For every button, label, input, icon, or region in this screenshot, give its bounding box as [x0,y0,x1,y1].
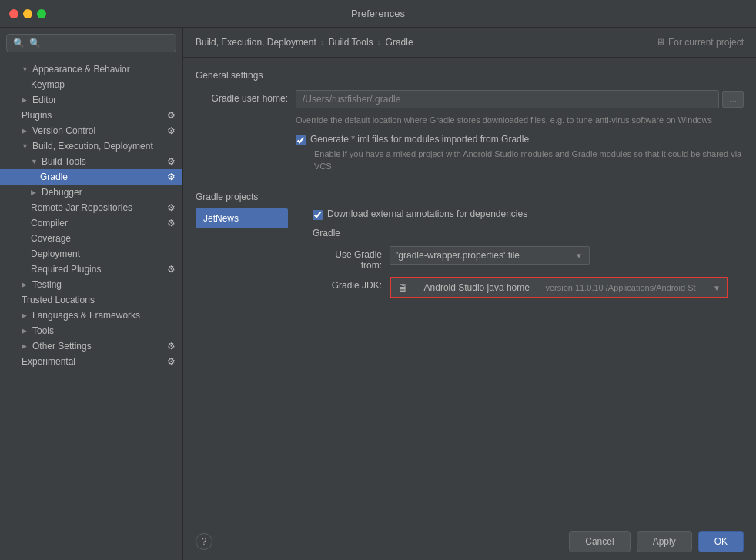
gradle-jdk-version: version 11.0.10 /Applications/Android St [545,283,695,292]
titlebar: Preferences [0,0,756,28]
search-icon: 🔍 [13,38,25,48]
search-box[interactable]: 🔍 [6,34,176,52]
arrow-icon: ▼ [22,142,29,150]
use-gradle-from-row: Use Gradle from: 'gradle-wrapper.propert… [313,246,744,271]
breadcrumb-build-tools[interactable]: Build Tools [329,37,373,48]
sidebar-item-gradle[interactable]: Gradle ⚙ [0,169,182,185]
arrow-icon: ▶ [22,342,29,350]
sidebar-item-plugins[interactable]: Plugins ⚙ [0,108,182,123]
close-button[interactable] [9,9,18,18]
settings-panel: General settings Gradle user home: ... O… [196,70,744,509]
minimize-button[interactable] [23,9,32,18]
gradle-projects-title: Gradle projects [196,192,744,202]
divider [196,182,744,182]
generate-iml-checkbox[interactable] [296,135,306,145]
project-item[interactable]: JetNews [196,208,288,228]
sidebar-item-editor[interactable]: ▶ Editor [0,92,182,108]
search-input[interactable] [29,38,169,48]
breadcrumb-sep2: › [378,37,381,48]
projects-panel: JetNews [196,208,288,305]
help-button[interactable]: ? [196,533,212,550]
breadcrumb-build-exec[interactable]: Build, Execution, Deployment [196,37,316,48]
download-annotations-checkbox-row: Download external annotations for depend… [313,208,744,220]
main-content: General settings Gradle user home: ... O… [183,58,756,522]
required-plugins-icon: ⚙ [166,264,176,275]
sidebar-item-required-plugins[interactable]: Required Plugins ⚙ [0,262,182,277]
breadcrumb: Build, Execution, Deployment › Build Too… [183,28,756,58]
arrow-icon: ▶ [22,312,29,319]
sidebar-item-version-control[interactable]: ▶ Version Control ⚙ [0,123,182,138]
sidebar-item-compiler[interactable]: Compiler ⚙ [0,215,182,231]
sidebar-item-coverage[interactable]: Coverage [0,231,182,246]
sidebar-item-label: Editor [32,95,56,105]
cancel-button[interactable]: Cancel [569,531,630,552]
sidebar-item-label: Deployment [31,248,80,259]
sidebar-item-tools[interactable]: ▶ Tools [0,323,182,338]
sidebar-item-appearance[interactable]: ▼ Appearance & Behavior [0,62,182,77]
sidebar-item-label: Compiler [31,218,68,228]
traffic-lights [9,9,46,18]
sidebar-list: ▼ Appearance & Behavior Keymap ▶ Editor … [0,58,182,560]
breadcrumb-gradle: Gradle [386,37,413,48]
gradle-user-home-row: Gradle user home: ... [196,90,744,108]
generate-iml-hint: Enable if you have a mixed project with … [314,148,744,172]
gradle-user-home-input[interactable] [296,90,719,108]
sidebar-item-testing[interactable]: ▶ Testing [0,277,182,292]
arrow-icon: ▼ [31,158,38,165]
use-gradle-from-select[interactable]: 'gradle-wrapper.properties' file ▼ [390,246,590,265]
bottom-bar: ? Cancel Apply OK [183,522,756,560]
ok-button[interactable]: OK [698,531,744,552]
arrow-icon: ▶ [22,127,29,135]
arrow-icon: ▶ [31,188,38,196]
sidebar-item-label: Trusted Locations [22,295,95,305]
use-gradle-from-label: Use Gradle from: [313,246,390,271]
generate-iml-label: Generate *.iml files for modules importe… [310,134,529,145]
sidebar: 🔍 ▼ Appearance & Behavior Keymap ▶ Edito… [0,28,183,560]
sidebar-item-label: Gradle [40,172,68,182]
gradle-section: JetNews Download external annotations fo… [196,208,744,305]
gradle-icon: ⚙ [166,172,176,182]
sidebar-item-experimental[interactable]: Experimental ⚙ [0,354,182,369]
sidebar-item-debugger[interactable]: ▶ Debugger [0,185,182,200]
sidebar-item-label: Tools [32,325,54,336]
content-area: 🔍 ▼ Appearance & Behavior Keymap ▶ Edito… [0,28,756,560]
sidebar-item-trusted-locations[interactable]: Trusted Locations [0,292,182,308]
sidebar-item-label: Build, Execution, Deployment [32,141,153,152]
sidebar-item-build-exec[interactable]: ▼ Build, Execution, Deployment [0,138,182,154]
gradle-user-home-label: Gradle user home: [196,90,296,104]
general-settings-title: General settings [196,70,744,81]
sidebar-item-keymap[interactable]: Keymap [0,77,182,92]
generate-iml-checkbox-row: Generate *.iml files for modules importe… [296,134,744,145]
experimental-icon: ⚙ [166,356,176,367]
sidebar-item-languages-frameworks[interactable]: ▶ Languages & Frameworks [0,308,182,323]
sidebar-item-label: Languages & Frameworks [32,310,140,321]
monitor-icon: 🖥 [656,37,665,48]
apply-button[interactable]: Apply [637,531,692,552]
sidebar-item-label: Coverage [31,233,71,244]
use-gradle-from-value: 'gradle-wrapper.properties' file [396,250,520,261]
sidebar-item-label: Other Settings [32,341,92,352]
main-panel: Build, Execution, Deployment › Build Too… [183,28,756,560]
sidebar-item-label: Testing [32,279,62,290]
download-annotations-checkbox[interactable] [313,210,323,220]
build-tools-icon: ⚙ [166,156,176,167]
browse-button[interactable]: ... [722,91,744,108]
maximize-button[interactable] [37,9,46,18]
sidebar-item-build-tools[interactable]: ▼ Build Tools ⚙ [0,154,182,169]
android-studio-icon: 🖥 [397,282,408,294]
gradle-jdk-row: Gradle JDK: 🖥 Android Studio java home v… [313,277,744,298]
preferences-window: Preferences 🔍 ▼ Appearance & Behavior Ke… [0,0,756,560]
gradle-main: Download external annotations for depend… [313,208,744,305]
sidebar-item-other-settings[interactable]: ▶ Other Settings ⚙ [0,338,182,354]
sidebar-item-deployment[interactable]: Deployment [0,246,182,262]
for-project-label: For current project [668,37,744,48]
sidebar-item-label: Experimental [22,356,75,367]
bottom-actions: Cancel Apply OK [569,531,744,552]
sidebar-item-label: Debugger [42,187,82,198]
for-project[interactable]: 🖥 For current project [656,37,744,48]
chevron-down-icon: ▼ [713,284,721,292]
sidebar-item-remote-jar[interactable]: Remote Jar Repositories ⚙ [0,200,182,215]
gradle-jdk-select[interactable]: 🖥 Android Studio java home version 11.0.… [390,277,728,298]
sidebar-item-label: Keymap [31,79,65,90]
arrow-icon: ▶ [22,96,29,104]
